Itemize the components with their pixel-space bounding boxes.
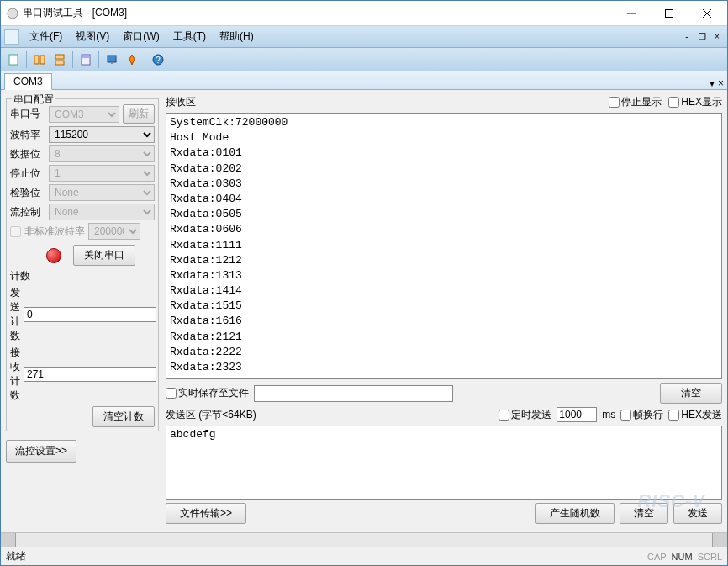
file-transfer-button[interactable]: 文件传输>> [166, 503, 246, 524]
baud-label: 波特率 [10, 128, 45, 142]
svg-rect-6 [34, 56, 39, 64]
hex-display-label: HEX显示 [681, 95, 722, 109]
num-indicator: NUM [672, 552, 693, 562]
minimize-button[interactable] [612, 2, 650, 25]
nonstd-checkbox[interactable] [10, 226, 21, 237]
recv-count-field[interactable] [24, 367, 156, 382]
cap-indicator: CAP [647, 552, 667, 562]
mdi-restore-icon[interactable]: ❐ [695, 30, 709, 44]
menu-icon [4, 29, 19, 45]
send-textarea[interactable] [166, 426, 722, 500]
menubar: 文件(F) 视图(V) 窗口(W) 工具(T) 帮助(H) - ❐ × [1, 26, 727, 48]
refresh-button[interactable]: 刷新 [123, 104, 155, 124]
mdi-minimize-icon[interactable]: - [680, 30, 694, 44]
horizontal-scrollbar[interactable] [1, 532, 727, 547]
svg-rect-7 [40, 56, 45, 64]
tool-tile-v-icon[interactable] [50, 50, 69, 69]
hex-send-label: HEX发送 [681, 408, 722, 422]
linewrap-label: 帧换行 [633, 408, 663, 422]
tool-pin-icon[interactable] [123, 50, 141, 69]
close-port-button[interactable]: 关闭串口 [73, 245, 135, 266]
status-text: 就绪 [6, 549, 642, 563]
port-label: 串口号 [10, 107, 45, 121]
stopbits-label: 停止位 [10, 167, 45, 181]
pause-checkbox[interactable] [609, 97, 620, 108]
send-count-field[interactable] [24, 307, 156, 322]
svg-rect-8 [55, 55, 64, 59]
random-button[interactable]: 产生随机数 [535, 503, 615, 524]
port-select[interactable]: COM3 [49, 106, 119, 123]
flow-label: 流控制 [10, 205, 45, 220]
menu-file[interactable]: 文件(F) [23, 28, 69, 45]
flow-settings-button[interactable]: 流控设置>> [6, 440, 76, 463]
svg-point-0 [8, 8, 18, 19]
flow-select[interactable]: None [49, 204, 155, 220]
serial-config-group: 串口配置 串口号 COM3 刷新 波特率 115200 数据位 8 停止位 1 [6, 98, 159, 431]
parity-label: 检验位 [10, 186, 45, 200]
nonstd-label: 非标准波特率 [24, 225, 85, 239]
hex-display-checkbox[interactable] [668, 97, 679, 108]
counts-title: 计数 [10, 269, 155, 283]
sidebar: 串口配置 串口号 COM3 刷新 波特率 115200 数据位 8 停止位 1 [3, 92, 162, 531]
tab-com3[interactable]: COM3 [4, 73, 52, 90]
statusbar: 就绪 CAP NUM SCRL [1, 547, 727, 565]
close-button[interactable] [688, 2, 725, 25]
stopbits-select[interactable]: 1 [49, 165, 155, 182]
recv-textarea[interactable]: SystemClk:72000000 Host Mode Rxdata:0101… [166, 113, 722, 379]
ms-label: ms [602, 409, 615, 421]
recv-clear-button[interactable]: 清空 [660, 383, 722, 404]
interval-input[interactable] [557, 407, 597, 422]
svg-rect-2 [665, 9, 673, 17]
svg-rect-5 [9, 55, 18, 65]
svg-rect-12 [108, 56, 116, 62]
tool-tile-h-icon[interactable] [30, 50, 49, 69]
content: 串口配置 串口号 COM3 刷新 波特率 115200 数据位 8 停止位 1 [1, 90, 727, 532]
tab-dropdown-icon[interactable]: ▾ [710, 77, 715, 89]
recv-title: 接收区 [166, 95, 602, 109]
send-button[interactable]: 发送 [673, 503, 722, 524]
parity-select[interactable]: None [49, 184, 155, 201]
timer-send-checkbox[interactable] [499, 410, 509, 421]
recv-count-label: 接收计数 [10, 346, 20, 403]
tool-new-icon[interactable] [4, 50, 23, 69]
svg-rect-9 [55, 61, 64, 65]
menu-tools[interactable]: 工具(T) [166, 28, 213, 45]
main-panel: 接收区 停止显示 HEX显示 SystemClk:72000000 Host M… [162, 92, 725, 531]
window-title: 串口调试工具 - [COM3] [23, 6, 612, 20]
menu-window[interactable]: 窗口(W) [116, 28, 166, 45]
scrl-indicator: SCRL [698, 552, 722, 562]
send-title: 发送区 (字节<64KB) [166, 408, 493, 422]
databits-label: 数据位 [10, 147, 45, 161]
send-clear-button[interactable]: 清空 [620, 503, 668, 524]
menu-help[interactable]: 帮助(H) [213, 28, 261, 45]
mdi-close-icon[interactable]: × [710, 30, 724, 44]
tool-monitor-icon[interactable] [103, 50, 121, 69]
clear-count-button[interactable]: 清空计数 [92, 406, 155, 427]
maximize-button[interactable] [650, 2, 688, 25]
tool-calc-icon[interactable] [76, 50, 95, 69]
linewrap-checkbox[interactable] [620, 410, 631, 421]
svg-rect-11 [82, 56, 89, 58]
toolbar: ? [1, 48, 727, 71]
databits-select[interactable]: 8 [49, 145, 155, 162]
app-icon [6, 7, 19, 20]
menu-view[interactable]: 视图(V) [69, 28, 116, 45]
timer-send-label: 定时发送 [511, 408, 551, 422]
nonstd-select[interactable]: 200000 [88, 223, 140, 240]
baud-select[interactable]: 115200 [49, 126, 155, 143]
realtime-save-label: 实时保存至文件 [178, 386, 249, 400]
tool-help-icon[interactable]: ? [149, 50, 167, 69]
status-indicator-icon [46, 248, 61, 263]
send-count-label: 发送计数 [10, 286, 20, 343]
app-window: 串口调试工具 - [COM3] 文件(F) 视图(V) 窗口(W) 工具(T) … [0, 0, 728, 566]
pause-label: 停止显示 [621, 95, 662, 109]
hex-send-checkbox[interactable] [668, 410, 679, 421]
svg-marker-14 [129, 55, 135, 65]
tabbar: COM3 ▾ × [1, 71, 727, 90]
titlebar: 串口调试工具 - [COM3] [1, 1, 727, 26]
tab-close-icon[interactable]: × [718, 77, 724, 89]
realtime-save-checkbox[interactable] [166, 388, 177, 399]
svg-rect-13 [111, 62, 113, 64]
svg-text:?: ? [156, 56, 161, 65]
save-file-input[interactable] [254, 385, 453, 402]
